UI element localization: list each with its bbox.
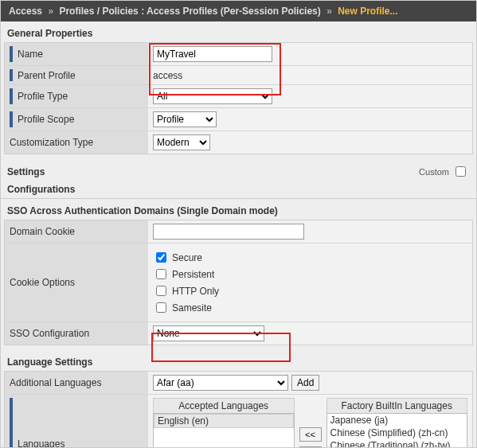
samesite-label: Samesite <box>172 302 212 314</box>
name-label: Name <box>18 49 43 60</box>
name-input[interactable] <box>153 46 272 62</box>
language-settings-block: Additional Languages Afar (aa) Add Langu… <box>4 371 473 448</box>
secure-checkbox[interactable] <box>156 252 166 263</box>
sso-block: Domain Cookie Cookie Options Secure Pers… <box>4 220 473 345</box>
settings-title: Settings <box>7 166 45 177</box>
parent-profile-label: Parent Profile <box>18 70 76 81</box>
sso-title: SSO Across Authentication Domains (Singl… <box>1 198 476 220</box>
accepted-languages-list[interactable]: English (en) <box>153 413 295 448</box>
breadcrumb-sep: » <box>48 6 53 17</box>
list-item[interactable]: English (en) <box>154 414 294 428</box>
cookie-options-label: Cookie Options <box>10 277 75 288</box>
http-only-label: HTTP Only <box>172 286 219 297</box>
sso-config-select[interactable]: None <box>153 325 264 341</box>
samesite-checkbox[interactable] <box>156 302 166 313</box>
breadcrumb-sep2: » <box>326 6 332 17</box>
profile-scope-select[interactable]: Profile <box>153 111 217 127</box>
languages-label: Languages <box>18 438 65 449</box>
general-properties-block: Name Parent Profile access Profile Type … <box>4 42 473 154</box>
domain-cookie-label: Domain Cookie <box>10 226 75 237</box>
add-language-button[interactable]: Add <box>291 375 319 391</box>
http-only-checkbox[interactable] <box>156 286 166 296</box>
general-properties-title: General Properties <box>1 21 476 42</box>
language-settings-title: Language Settings <box>1 350 476 371</box>
factory-languages-header: Factory BuiltIn Languages <box>326 398 468 413</box>
customization-type-label: Customization Type <box>10 137 93 148</box>
profile-type-label: Profile Type <box>18 91 68 102</box>
persistent-label: Persistent <box>172 269 214 280</box>
profile-scope-label: Profile Scope <box>18 114 74 125</box>
additional-languages-label: Additional Languages <box>10 377 101 388</box>
persistent-checkbox[interactable] <box>156 269 166 279</box>
breadcrumb-middle[interactable]: Profiles / Policies : Access Profiles (P… <box>59 6 320 17</box>
customization-type-select[interactable]: Modern <box>153 134 210 150</box>
factory-languages-list[interactable]: Japanese (ja)Chinese (Simplified) (zh-cn… <box>326 413 468 448</box>
breadcrumb-root[interactable]: Access <box>9 6 42 17</box>
profile-type-select[interactable]: All <box>153 88 272 104</box>
additional-languages-select[interactable]: Afar (aa) <box>153 375 288 391</box>
list-item[interactable]: Chinese (Traditional) (zh-tw) <box>327 439 467 448</box>
breadcrumb: Access » Profiles / Policies : Access Pr… <box>1 1 476 21</box>
secure-label: Secure <box>172 252 202 263</box>
accepted-languages-header: Accepted Languages <box>153 398 295 413</box>
domain-cookie-input[interactable] <box>153 224 304 240</box>
settings-row: Settings Custom <box>1 159 476 181</box>
custom-label: Custom <box>419 167 449 177</box>
list-item[interactable]: Chinese (Simplified) (zh-cn) <box>327 427 467 439</box>
breadcrumb-current: New Profile... <box>338 6 397 17</box>
configurations-title: Configurations <box>1 181 476 198</box>
sso-config-label: SSO Configuration <box>10 328 89 339</box>
parent-profile-value: access <box>153 70 182 81</box>
custom-checkbox[interactable] <box>455 166 466 177</box>
move-left-button[interactable]: << <box>299 427 322 442</box>
list-item[interactable]: Japanese (ja) <box>327 414 467 427</box>
